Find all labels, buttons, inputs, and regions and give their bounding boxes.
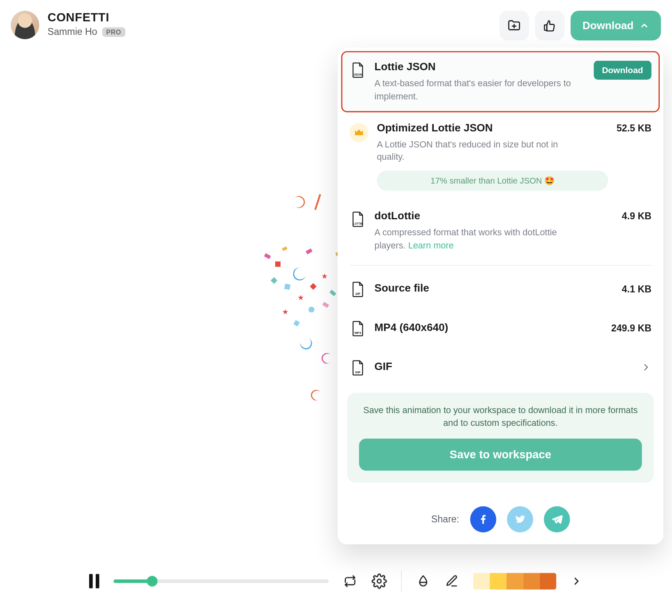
thumbs-up-icon	[543, 18, 557, 33]
optimized-size-pill: 17% smaller than Lottie JSON 🤩	[377, 170, 608, 191]
download-option-source-file[interactable]: ZIP Source file 4.1 KB	[341, 269, 660, 308]
option-size: 4.9 KB	[622, 211, 651, 222]
option-size: 52.5 KB	[617, 123, 651, 133]
download-lottie-json-button[interactable]: Download	[594, 61, 651, 80]
animation-title: CONFETTI	[48, 11, 491, 24]
folder-plus-icon	[507, 18, 521, 33]
file-zip-icon: ZIP	[350, 281, 366, 298]
option-desc: A compressed format that works with dotL…	[375, 226, 577, 252]
like-button[interactable]	[535, 11, 564, 40]
progress-fill	[113, 579, 152, 583]
download-dropdown: JSON Lottie JSON A text-based format tha…	[338, 48, 663, 544]
chevron-right-icon	[641, 361, 651, 372]
pro-badge: PRO	[102, 28, 125, 37]
option-title: Lottie JSON	[375, 61, 585, 73]
share-row: Share:	[341, 506, 660, 532]
divider	[350, 265, 651, 265]
crown-icon	[350, 123, 368, 142]
add-to-folder-button[interactable]	[499, 11, 529, 40]
palette-swatch[interactable]	[490, 573, 506, 590]
loop-icon	[343, 574, 357, 588]
progress-track[interactable]	[113, 579, 329, 583]
download-option-gif[interactable]: GIF GIF	[341, 347, 660, 387]
workspace-callout: Save this animation to your workspace to…	[347, 393, 654, 482]
facebook-icon	[477, 513, 489, 525]
download-option-optimized-lottie[interactable]: Optimized Lottie JSON A Lottie JSON that…	[341, 112, 660, 200]
option-desc: A text-based format that's easier for de…	[375, 77, 577, 103]
option-title: MP4 (640x640)	[375, 322, 603, 334]
chevron-right-icon	[571, 575, 582, 587]
palette-next-button[interactable]	[571, 575, 582, 587]
option-title: Optimized Lottie JSON	[377, 122, 608, 134]
download-option-dotlottie[interactable]: LOTTIE dotLottie A compressed format tha…	[341, 200, 660, 261]
palette-swatch[interactable]	[506, 573, 523, 590]
svg-text:GIF: GIF	[355, 370, 360, 374]
option-size: 249.9 KB	[611, 323, 651, 333]
svg-text:MP4: MP4	[354, 331, 361, 334]
pause-button[interactable]	[89, 574, 99, 588]
divider	[401, 570, 402, 592]
loop-button[interactable]	[343, 574, 357, 588]
learn-more-link[interactable]: Learn more	[408, 240, 454, 250]
workspace-text: Save this animation to your workspace to…	[359, 403, 642, 430]
edit-button[interactable]	[444, 574, 459, 588]
file-mp4-icon: MP4	[350, 320, 366, 337]
download-button-label: Download	[582, 19, 633, 32]
chevron-up-icon	[640, 21, 649, 30]
svg-text:LOTTIE: LOTTIE	[353, 222, 363, 225]
svg-text:ZIP: ZIP	[355, 292, 361, 295]
author-name[interactable]: Sammie Ho	[48, 27, 97, 37]
share-telegram-button[interactable]	[543, 506, 570, 532]
edit-icon	[444, 574, 459, 588]
color-palette[interactable]	[473, 573, 557, 590]
twitter-icon	[514, 513, 526, 525]
palette-swatch[interactable]	[540, 573, 557, 590]
option-size: 4.1 KB	[622, 284, 651, 294]
file-json-icon: JSON	[350, 62, 366, 78]
player-bar	[89, 567, 582, 595]
option-desc: A Lottie JSON that's reduced in size but…	[377, 138, 579, 163]
download-option-lottie-json[interactable]: JSON Lottie JSON A text-based format tha…	[341, 51, 660, 112]
svg-point-5	[377, 579, 381, 583]
telegram-icon	[551, 513, 563, 525]
gear-icon	[371, 573, 387, 589]
svg-text:JSON: JSON	[354, 73, 362, 76]
download-option-mp4[interactable]: MP4 MP4 (640x640) 249.9 KB	[341, 308, 660, 347]
download-button[interactable]: Download	[571, 11, 661, 40]
share-label: Share:	[431, 514, 459, 524]
file-lottie-icon: LOTTIE	[350, 211, 366, 228]
option-title: dotLottie	[375, 210, 614, 222]
background-color-button[interactable]	[416, 574, 430, 588]
palette-swatch[interactable]	[523, 573, 540, 590]
palette-swatch[interactable]	[473, 573, 490, 590]
file-gif-icon: GIF	[350, 359, 366, 376]
droplet-icon	[416, 574, 430, 588]
author-avatar[interactable]	[11, 11, 39, 39]
share-twitter-button[interactable]	[507, 506, 533, 532]
progress-thumb[interactable]	[147, 576, 158, 586]
option-title: GIF	[375, 361, 633, 373]
settings-button[interactable]	[371, 573, 387, 589]
option-title: Source file	[375, 282, 614, 294]
save-to-workspace-button[interactable]: Save to workspace	[359, 438, 642, 470]
share-facebook-button[interactable]	[470, 506, 496, 532]
